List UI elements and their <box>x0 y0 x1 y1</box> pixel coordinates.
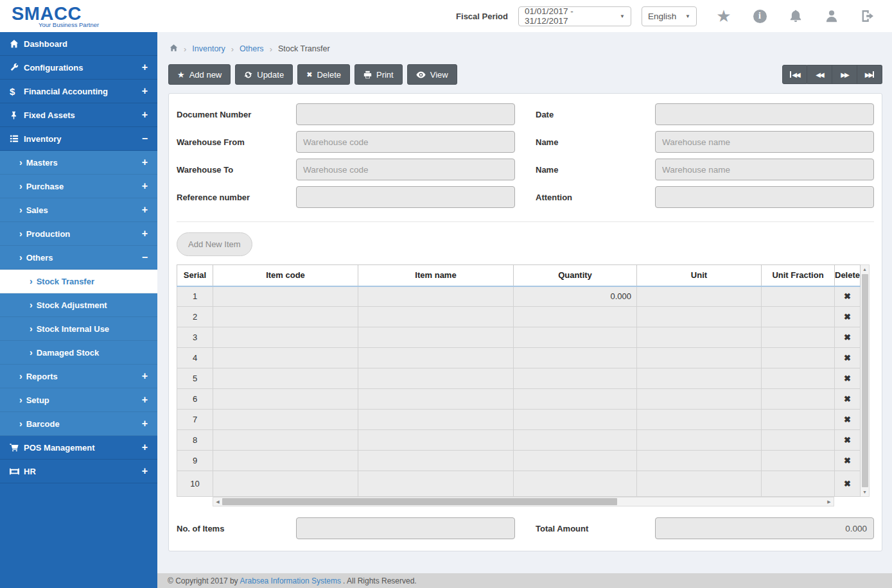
item-name-cell[interactable] <box>358 410 514 430</box>
item-code-cell[interactable] <box>213 286 358 307</box>
warehouse-from-name-input[interactable] <box>655 131 874 153</box>
row-delete-button[interactable]: ✖ <box>835 327 861 348</box>
item-code-cell[interactable] <box>213 410 358 430</box>
previous-record-button[interactable]: ◀◀ <box>807 65 832 84</box>
warehouse-to-input[interactable] <box>296 159 515 180</box>
notifications-button[interactable] <box>788 8 803 24</box>
item-name-cell[interactable] <box>358 389 514 410</box>
warehouse-to-name-input[interactable] <box>655 159 874 180</box>
row-delete-button[interactable]: ✖ <box>835 368 861 389</box>
sidebar-item-sales[interactable]: › Sales + <box>0 198 157 222</box>
user-profile-button[interactable] <box>824 8 839 24</box>
item-name-cell[interactable] <box>358 430 514 451</box>
print-button[interactable]: Print <box>354 64 403 85</box>
unit-fraction-cell[interactable] <box>762 327 835 348</box>
quantity-cell[interactable] <box>514 451 637 471</box>
no-of-items-input[interactable] <box>296 517 515 539</box>
item-code-cell[interactable] <box>213 307 358 327</box>
scroll-down-icon[interactable]: ▼ <box>862 488 867 496</box>
scroll-right-icon[interactable]: ▶ <box>825 499 834 505</box>
expand-icon[interactable]: + <box>142 62 148 73</box>
sidebar-item-barcode[interactable]: › Barcode + <box>0 412 157 436</box>
document-number-input[interactable] <box>296 103 515 125</box>
sidebar-item-damaged-stock[interactable]: › Damaged Stock <box>0 341 157 365</box>
item-code-cell[interactable] <box>213 451 358 471</box>
row-delete-button[interactable]: ✖ <box>835 389 861 410</box>
sidebar-item-dashboard[interactable]: Dashboard <box>0 32 157 56</box>
item-name-cell[interactable] <box>358 327 514 348</box>
sidebar-item-financial-accounting[interactable]: $ Financial Accounting + <box>0 80 157 103</box>
add-new-button[interactable]: ★ Add new <box>168 64 231 85</box>
last-record-button[interactable]: ▶▶ <box>857 65 882 84</box>
unit-fraction-cell[interactable] <box>762 286 835 307</box>
unit-fraction-cell[interactable] <box>762 430 835 451</box>
expand-icon[interactable]: + <box>142 465 148 477</box>
row-delete-button[interactable]: ✖ <box>835 307 861 327</box>
unit-fraction-cell[interactable] <box>762 348 835 368</box>
next-record-button[interactable]: ▶▶ <box>832 65 857 84</box>
total-amount-input[interactable] <box>655 517 874 539</box>
row-delete-button[interactable]: ✖ <box>835 451 861 471</box>
item-code-cell[interactable] <box>213 368 358 389</box>
first-record-button[interactable]: ◀◀ <box>782 65 807 84</box>
item-name-cell[interactable] <box>358 307 514 327</box>
expand-icon[interactable]: + <box>142 109 148 121</box>
row-delete-button[interactable]: ✖ <box>835 471 861 497</box>
sidebar-item-inventory[interactable]: Inventory − <box>0 127 157 151</box>
sidebar-item-configurations[interactable]: Configurations + <box>0 56 157 80</box>
item-code-cell[interactable] <box>213 389 358 410</box>
horizontal-scrollbar[interactable]: ◀ ▶ <box>213 497 834 506</box>
sidebar-item-pos-management[interactable]: POS Management + <box>0 436 157 460</box>
view-button[interactable]: View <box>407 64 457 85</box>
quantity-cell[interactable] <box>514 307 637 327</box>
collapse-icon[interactable]: − <box>142 133 148 144</box>
unit-fraction-cell[interactable] <box>762 471 835 497</box>
home-icon[interactable] <box>170 44 178 54</box>
add-new-item-button[interactable]: Add New Item <box>177 232 252 256</box>
expand-icon[interactable]: + <box>142 180 148 192</box>
quantity-cell[interactable] <box>514 327 637 348</box>
vertical-scroll-thumb[interactable] <box>862 274 868 487</box>
logout-button[interactable] <box>860 8 875 24</box>
item-name-cell[interactable] <box>358 348 514 368</box>
unit-cell[interactable] <box>637 389 762 410</box>
favorites-button[interactable]: ★ <box>716 8 731 24</box>
row-delete-button[interactable]: ✖ <box>835 348 861 368</box>
breadcrumb-link-others[interactable]: Others <box>240 44 264 53</box>
expand-icon[interactable]: + <box>142 418 148 429</box>
expand-icon[interactable]: + <box>142 370 148 382</box>
item-name-cell[interactable] <box>358 368 514 389</box>
quantity-cell[interactable] <box>514 430 637 451</box>
expand-icon[interactable]: + <box>142 228 148 239</box>
expand-icon[interactable]: + <box>142 394 148 406</box>
unit-cell[interactable] <box>637 348 762 368</box>
sidebar-item-setup[interactable]: › Setup + <box>0 388 157 412</box>
unit-cell[interactable] <box>637 471 762 497</box>
update-button[interactable]: Update <box>235 64 293 85</box>
sidebar-item-masters[interactable]: › Masters + <box>0 151 157 175</box>
sidebar-item-production[interactable]: › Production + <box>0 222 157 246</box>
scroll-up-icon[interactable]: ▲ <box>862 265 867 273</box>
unit-cell[interactable] <box>637 368 762 389</box>
unit-fraction-cell[interactable] <box>762 410 835 430</box>
unit-fraction-cell[interactable] <box>762 389 835 410</box>
quantity-cell[interactable]: 0.000 <box>514 286 637 307</box>
unit-fraction-cell[interactable] <box>762 368 835 389</box>
item-code-cell[interactable] <box>213 348 358 368</box>
expand-icon[interactable]: + <box>142 442 148 453</box>
item-code-cell[interactable] <box>213 327 358 348</box>
expand-icon[interactable]: + <box>142 157 148 168</box>
language-select[interactable]: English ▼ <box>642 6 697 26</box>
breadcrumb-link-inventory[interactable]: Inventory <box>192 44 225 53</box>
row-delete-button[interactable]: ✖ <box>835 410 861 430</box>
item-code-cell[interactable] <box>213 430 358 451</box>
horizontal-scroll-thumb[interactable] <box>222 498 617 505</box>
quantity-cell[interactable] <box>514 471 637 497</box>
unit-fraction-cell[interactable] <box>762 451 835 471</box>
row-delete-button[interactable]: ✖ <box>835 430 861 451</box>
row-delete-button[interactable]: ✖ <box>835 286 861 307</box>
unit-cell[interactable] <box>637 307 762 327</box>
item-code-cell[interactable] <box>213 471 358 497</box>
fiscal-period-select[interactable]: 01/01/2017 - 31/12/2017 ▼ <box>518 6 631 26</box>
sidebar-item-purchase[interactable]: › Purchase + <box>0 175 157 198</box>
